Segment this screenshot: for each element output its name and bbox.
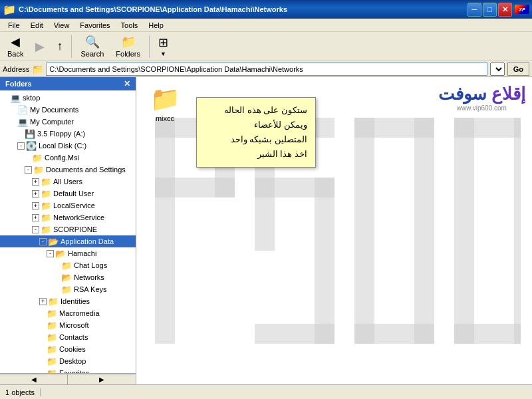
go-button[interactable]: Go bbox=[507, 63, 529, 76]
tree-item-docs-settings[interactable]: - 📁 Documents and Settings bbox=[0, 164, 136, 176]
folder-mixcc-label: mixcc bbox=[156, 114, 174, 122]
application-data-toggle[interactable]: - bbox=[39, 238, 47, 245]
hamachi-icon: 📂 bbox=[55, 249, 66, 259]
sidebar-tree[interactable]: 💻 sktop 📄 My Documents 💻 My Computer 💾 3… bbox=[0, 90, 136, 373]
folder-item-mixcc[interactable]: 📁 mixcc bbox=[142, 82, 188, 125]
local-service-toggle[interactable]: + bbox=[32, 202, 39, 209]
back-button[interactable]: ◀ Back bbox=[3, 33, 28, 60]
svg-rect-2 bbox=[155, 178, 235, 198]
menu-edit[interactable]: Edit bbox=[25, 20, 49, 31]
tree-label-config-msi: Config.Msi bbox=[45, 154, 79, 162]
tree-label-macromedia: Macromedia bbox=[59, 309, 100, 317]
sidebar: Folders ✕ 💻 sktop 📄 My Documents 💻 My Co… bbox=[0, 77, 136, 384]
up-button[interactable]: ↑ bbox=[52, 37, 67, 55]
tree-label-desktop2: Desktop bbox=[59, 357, 86, 365]
logo-icon: إقلاع bbox=[491, 84, 525, 104]
tree-item-network-service[interactable]: + 📁 NetworkService bbox=[0, 211, 136, 223]
sidebar-scroll-right[interactable]: ▶ bbox=[68, 374, 136, 384]
sidebar-close-button[interactable]: ✕ bbox=[124, 79, 130, 88]
menu-tools[interactable]: Tools bbox=[116, 20, 144, 31]
main-area: Folders ✕ 💻 sktop 📄 My Documents 💻 My Co… bbox=[0, 77, 532, 384]
tree-item-cookies[interactable]: 📁 Cookies bbox=[0, 343, 136, 355]
menu-favorites[interactable]: Favorites bbox=[74, 20, 115, 31]
folders-button[interactable]: 📁 Folders bbox=[111, 33, 145, 60]
tree-item-desktop[interactable]: 💻 sktop bbox=[0, 92, 136, 104]
search-label: Search bbox=[80, 50, 104, 58]
back-label: Back bbox=[7, 50, 23, 58]
tree-item-favorites[interactable]: 📁 Favorites bbox=[0, 367, 136, 373]
network-service-toggle[interactable]: + bbox=[32, 214, 39, 221]
svg-rect-6 bbox=[255, 178, 334, 198]
tree-item-local-disk[interactable]: - 💽 Local Disk (C:) bbox=[0, 140, 136, 152]
config-msi-icon: 📁 bbox=[32, 153, 43, 163]
my-computer-icon: 💻 bbox=[17, 117, 28, 127]
sidebar-scroll-left[interactable]: ◀ bbox=[0, 374, 68, 384]
tree-item-my-documents[interactable]: 📄 My Documents bbox=[0, 104, 136, 116]
close-button[interactable]: ✕ bbox=[498, 3, 512, 17]
tree-label-rsa-keys: RSA Keys bbox=[74, 285, 107, 293]
tree-item-hamachi[interactable]: - 📂 Hamachi bbox=[0, 247, 136, 259]
content-area: إقلاع سوفت www.vip600.com 📁 mixcc ستكون … bbox=[136, 77, 532, 384]
tree-item-default-user[interactable]: + 📁 Default User bbox=[0, 188, 136, 200]
tree-label-local-disk: Local Disk (C:) bbox=[39, 142, 86, 150]
tree-label-my-documents: My Documents bbox=[30, 106, 78, 114]
application-data-icon: 📂 bbox=[48, 237, 59, 247]
logo-url: www.vip600.com bbox=[438, 104, 525, 112]
status-objects: 1 objects bbox=[5, 388, 41, 396]
cookies-icon: 📁 bbox=[47, 344, 57, 354]
statusbar: 1 objects bbox=[0, 384, 532, 399]
default-user-toggle[interactable]: + bbox=[32, 190, 39, 198]
views-icon: ⊞ bbox=[158, 35, 168, 50]
back-icon: ◀ bbox=[11, 35, 20, 49]
tree-item-application-data[interactable]: - 📂 Application Data bbox=[0, 235, 136, 247]
docs-settings-icon: 📁 bbox=[33, 165, 44, 175]
address-input[interactable] bbox=[46, 63, 487, 76]
tree-item-chat-logs[interactable]: 📁 Chat Logs bbox=[0, 259, 136, 271]
views-button[interactable]: ⊞ ▼ bbox=[154, 33, 173, 59]
menu-help[interactable]: Help bbox=[143, 20, 169, 31]
tree-item-floppy[interactable]: 💾 3.5 Floppy (A:) bbox=[0, 128, 136, 140]
minimize-button[interactable]: ─ bbox=[467, 3, 481, 17]
tree-item-macromedia[interactable]: 📁 Macromedia bbox=[0, 307, 136, 319]
tree-item-local-service[interactable]: + 📁 LocalService bbox=[0, 200, 136, 211]
address-dropdown[interactable] bbox=[490, 63, 505, 76]
popup-text: ستكون على هذه الحاله ويمكن للأعضاء المتص… bbox=[205, 103, 307, 162]
networks-icon: 📂 bbox=[61, 273, 72, 283]
folders-icon: 📁 bbox=[121, 35, 136, 49]
identities-toggle[interactable]: + bbox=[39, 298, 47, 305]
tree-label-default-user: Default User bbox=[53, 190, 94, 198]
xp-logo: XP bbox=[515, 5, 529, 14]
svg-rect-10 bbox=[354, 324, 434, 344]
svg-rect-14 bbox=[454, 324, 521, 344]
tree-item-microsoft[interactable]: 📁 Microsoft bbox=[0, 319, 136, 331]
local-service-icon: 📁 bbox=[41, 201, 51, 211]
info-popup: ستكون على هذه الحاله ويمكن للأعضاء المتص… bbox=[196, 97, 316, 168]
hamachi-toggle[interactable]: - bbox=[47, 250, 54, 257]
all-users-toggle[interactable]: + bbox=[32, 178, 39, 186]
tree-label-my-computer: My Computer bbox=[30, 118, 74, 126]
window-controls: ─ □ ✕ bbox=[467, 3, 512, 17]
my-documents-icon: 📄 bbox=[17, 105, 28, 115]
menu-file[interactable]: File bbox=[3, 20, 25, 31]
tree-item-contacts[interactable]: 📁 Contacts bbox=[0, 331, 136, 343]
docs-settings-toggle[interactable]: - bbox=[25, 166, 32, 174]
scorpione-toggle[interactable]: - bbox=[32, 226, 39, 233]
folder-mixcc-icon: 📁 bbox=[150, 85, 180, 113]
tree-item-identities[interactable]: + 📁 Identities bbox=[0, 295, 136, 307]
tree-item-desktop2[interactable]: 📁 Desktop bbox=[0, 355, 136, 367]
tree-item-all-users[interactable]: + 📁 All Users bbox=[0, 176, 136, 188]
tree-item-config-msi[interactable]: 📁 Config.Msi bbox=[0, 152, 136, 164]
tree-label-cookies: Cookies bbox=[59, 345, 86, 353]
forward-button[interactable]: ▶ bbox=[31, 37, 49, 56]
tree-item-networks[interactable]: 📂 Networks bbox=[0, 271, 136, 283]
tree-item-my-computer[interactable]: 💻 My Computer bbox=[0, 116, 136, 128]
local-disk-toggle[interactable]: - bbox=[17, 142, 25, 150]
all-users-icon: 📁 bbox=[41, 177, 51, 187]
menu-view[interactable]: View bbox=[49, 20, 75, 31]
scorpione-icon: 📁 bbox=[41, 225, 51, 235]
search-button[interactable]: 🔍 Search bbox=[76, 33, 108, 60]
maximize-button[interactable]: □ bbox=[483, 3, 497, 17]
tree-item-rsa-keys[interactable]: 📁 RSA Keys bbox=[0, 283, 136, 295]
tree-item-scorpione[interactable]: - 📁 SCORPIONE bbox=[0, 223, 136, 235]
contacts-icon: 📁 bbox=[47, 332, 57, 342]
